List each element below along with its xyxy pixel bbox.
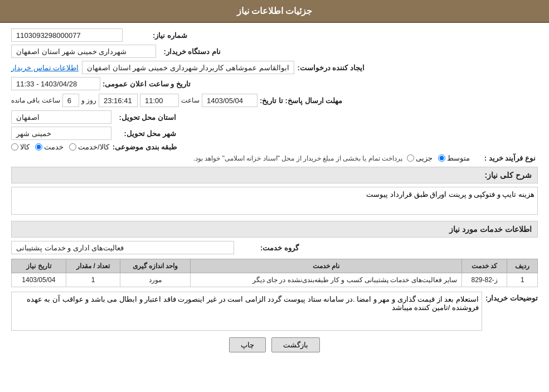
description-section-header: شرح کلی نیاز: — [11, 167, 538, 183]
services-section-header: اطلاعات خدمات مورد نیاز — [11, 221, 538, 238]
need-number-value: 1103093298000077 — [11, 28, 123, 42]
col-service-code: کد خدمت — [461, 259, 507, 273]
service-group-row: گروه خدمت: فعالیت‌های اداری و خدمات پشتی… — [11, 241, 538, 254]
category-label: طبقه بندی موضوعی: — [113, 143, 177, 151]
col-date: تاریخ نیاز — [12, 259, 66, 273]
services-table: ردیف کد خدمت نام خدمت واحد اندازه گیری ت… — [11, 259, 538, 287]
col-unit: واحد اندازه گیری — [120, 259, 190, 273]
purchase-type-option-motavasset: متوسط — [438, 154, 470, 162]
requester-label: ایجاد کننده درخواست: — [298, 64, 365, 72]
requester-link[interactable]: اطلاعات تماس خریدار — [11, 64, 79, 72]
page-title: جزئیات اطلاعات نیاز — [237, 6, 313, 16]
need-number-row: شماره نیاز: 1103093298000077 — [11, 28, 538, 42]
announce-label: تاریخ و ساعت اعلان عمومی: — [103, 80, 191, 88]
purchase-type-radio-group: متوسط جزیی — [407, 154, 470, 162]
cell-service-name: سایر فعالیت‌های خدمات پشتیبانی کسب و کار… — [190, 273, 461, 287]
buyer-org-value: شهرداری خمینی شهر استان اصفهان — [11, 45, 156, 58]
need-number-label: شماره نیاز: — [126, 31, 187, 40]
purchase-type-radio-jozyi[interactable] — [407, 154, 414, 162]
city-value: خمینی شهر — [11, 127, 111, 140]
buyer-notes-label: توضیحات خریدار: — [485, 292, 538, 302]
table-row: 1 ز-82-829 سایر فعالیت‌های خدمات پشتیبان… — [12, 273, 538, 287]
city-label: شهر محل تحویل: — [115, 129, 176, 138]
purchase-type-row: نوع فرآیند خرید : متوسط جزیی پرداخت تمام… — [11, 154, 538, 162]
col-quantity: تعداد / مقدار — [66, 259, 120, 273]
category-radio-kala[interactable] — [11, 143, 18, 151]
purchase-note: پرداخت تمام یا بخشی از مبلغ خریدار از مح… — [11, 154, 402, 162]
page-header: جزئیات اطلاعات نیاز — [0, 0, 549, 23]
back-button[interactable]: بازگشت — [271, 337, 320, 352]
buyer-notes-row: توضیحات خریدار: استعلام بعد از قیمت گذار… — [11, 292, 538, 331]
category-option-kala: کالا — [11, 143, 30, 151]
category-radio-kala-khedmat[interactable] — [69, 143, 76, 151]
cell-quantity: 1 — [66, 273, 120, 287]
cell-date: 1403/05/04 — [12, 273, 66, 287]
remaining-days-label: روز و — [81, 96, 96, 104]
province-row: استان محل تحویل: اصفهان — [11, 110, 538, 124]
buyer-org-label: نام دستگاه خریدار: — [159, 47, 221, 56]
print-button[interactable]: چاپ — [229, 337, 266, 352]
col-row-num: ردیف — [507, 259, 538, 273]
category-option-kala-khedmat: کالا/خدمت — [69, 143, 109, 151]
province-label: استان محل تحویل: — [115, 113, 176, 122]
col-service-name: نام خدمت — [190, 259, 461, 273]
description-area: هزینه تایپ و فتوکپی و پرینت اوراق طبق قر… — [11, 187, 538, 216]
category-radio-khedmat[interactable] — [35, 143, 42, 151]
services-table-section: ردیف کد خدمت نام خدمت واحد اندازه گیری ت… — [11, 259, 538, 287]
buyer-org-row: نام دستگاه خریدار: شهرداری خمینی شهر است… — [11, 45, 538, 58]
purchase-type-label: نوع فرآیند خرید : — [474, 154, 536, 162]
button-row: بازگشت چاپ — [11, 337, 538, 352]
requester-value: ابوالقاسم عموشاهی کاربردار شهرداری خمینی… — [82, 61, 294, 74]
remaining-time-value: 23:16:41 — [99, 94, 138, 107]
response-deadline-label: مهلت ارسال پاسخ: تا تاریخ: — [260, 96, 342, 105]
category-row: طبقه بندی موضوعی: کالا/خدمت خدمت کالا — [11, 143, 538, 151]
purchase-type-radio-motavasset[interactable] — [438, 154, 445, 162]
announce-value: 1403/04/28 - 11:33 — [11, 77, 100, 90]
remaining-time-label: ساعت باقی مانده — [11, 96, 60, 104]
response-time-label: ساعت — [181, 96, 200, 104]
response-deadline-row: مهلت ارسال پاسخ: تا تاریخ: 1403/05/04 سا… — [11, 94, 538, 107]
cell-service-code: ز-82-829 — [461, 273, 507, 287]
response-time-value: 11:00 — [140, 94, 179, 107]
category-radio-group: کالا/خدمت خدمت کالا — [11, 143, 109, 151]
province-value: اصفهان — [11, 110, 111, 124]
response-date-value: 1403/05/04 — [202, 94, 258, 107]
city-row: شهر محل تحویل: خمینی شهر — [11, 127, 538, 140]
remaining-days-value: 6 — [62, 94, 79, 107]
description-textarea[interactable]: هزینه تایپ و فتوکپی و پرینت اوراق طبق قر… — [11, 187, 538, 215]
category-option-khedmat: خدمت — [35, 143, 64, 151]
purchase-type-option-jozyi: جزیی — [407, 154, 433, 162]
buyer-notes-textarea[interactable]: استعلام بعد از قیمت گذاری و مهر و امضا .… — [11, 292, 482, 331]
service-group-value: فعالیت‌های اداری و خدمات پشتیبانی — [11, 241, 234, 254]
announce-row: تاریخ و ساعت اعلان عمومی: 1403/04/28 - 1… — [11, 77, 538, 90]
cell-unit: مورد — [120, 273, 190, 287]
cell-row-num: 1 — [507, 273, 538, 287]
service-group-label: گروه خدمت: — [237, 244, 299, 252]
requester-row: ایجاد کننده درخواست: ابوالقاسم عموشاهی ک… — [11, 61, 538, 74]
